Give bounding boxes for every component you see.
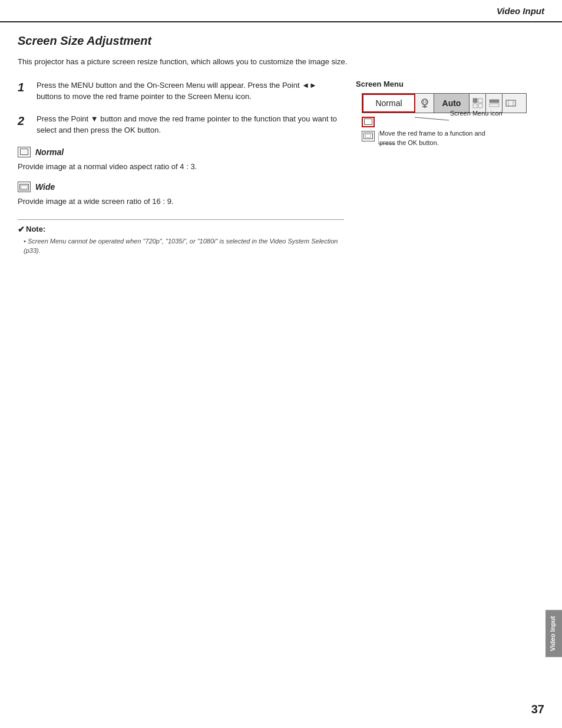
wide-label: Wide (35, 182, 55, 192)
callout-line-2 (378, 132, 396, 147)
note-section: ✔ Note: • Screen Menu cannot be operated… (18, 219, 344, 256)
screen-menu-icon-label: Screen Menu icon (450, 110, 503, 117)
menu-annotations: Screen Menu icon Move the red frame to a… (362, 116, 544, 148)
right-col: Screen Menu Normal (356, 80, 544, 256)
note-text: • Screen Menu cannot be operated when "7… (18, 236, 344, 256)
svg-rect-9 (490, 100, 499, 103)
wide-item-header: Wide (18, 182, 344, 192)
side-tab: Video Input (546, 610, 562, 657)
normal-label: Normal (35, 147, 64, 157)
main-content: Screen Size Adjustment This projector ha… (18, 22, 544, 693)
step-2-text: Press the Point ▼ button and move the re… (37, 113, 344, 136)
screen-icon (419, 97, 431, 109)
left-col: 1 Press the MENU button and the On-Scree… (18, 80, 344, 256)
svg-line-14 (415, 117, 449, 120)
step-2: 2 Press the Point ▼ button and move the … (18, 113, 344, 136)
normal-desc: Provide image at a normal video aspect r… (18, 161, 344, 173)
callout-line-1 (415, 114, 450, 126)
grid-icon-2 (489, 98, 500, 108)
menu-cell-icon (415, 94, 434, 113)
normal-icon-inner (20, 149, 28, 155)
menu-cell-normal: Normal (362, 94, 415, 113)
page-title: Screen Size Adjustment (18, 34, 544, 48)
page-number: 37 (531, 703, 544, 716)
wide-icon-inner (19, 184, 29, 190)
step-1: 1 Press the MENU button and the On-Scree… (18, 80, 344, 103)
menu-diagram: Normal Auto (362, 93, 544, 148)
step-1-text: Press the MENU button and the On-Screen … (37, 80, 344, 103)
red-frame-icon-1 (362, 117, 375, 127)
svg-point-0 (422, 99, 428, 105)
svg-rect-7 (473, 104, 477, 108)
red-frame-icon-2 (362, 131, 375, 141)
red-frame-icons (362, 117, 375, 148)
svg-rect-10 (490, 104, 499, 107)
normal-item-header: Normal (18, 147, 344, 157)
note-title: ✔ Note: (18, 225, 344, 234)
svg-rect-8 (478, 104, 482, 108)
intro-text: This projector has a picture screen resi… (18, 56, 544, 68)
checkmark-icon: ✔ (18, 225, 25, 234)
header-title: Video Input (497, 6, 544, 16)
wide-desc: Provide image at a wide screen ratio of … (18, 196, 344, 207)
callout-text: Move the red frame to a function and pre… (379, 129, 544, 148)
wide-icon (18, 182, 31, 192)
svg-rect-5 (473, 98, 477, 103)
menu-cell-sq3 (503, 94, 519, 113)
wide-icon-menu (505, 98, 516, 108)
step-2-num: 2 (18, 113, 31, 136)
top-header: Video Input (0, 0, 562, 22)
svg-rect-11 (506, 100, 515, 106)
grid-icon-1 (472, 98, 483, 108)
normal-icon (18, 147, 31, 157)
screen-menu-label: Screen Menu (356, 80, 544, 88)
step-1-num: 1 (18, 80, 31, 103)
svg-rect-6 (478, 98, 482, 103)
two-col-layout: 1 Press the MENU button and the On-Scree… (18, 80, 544, 256)
callout-area: Screen Menu icon Move the red frame to a… (379, 116, 544, 148)
